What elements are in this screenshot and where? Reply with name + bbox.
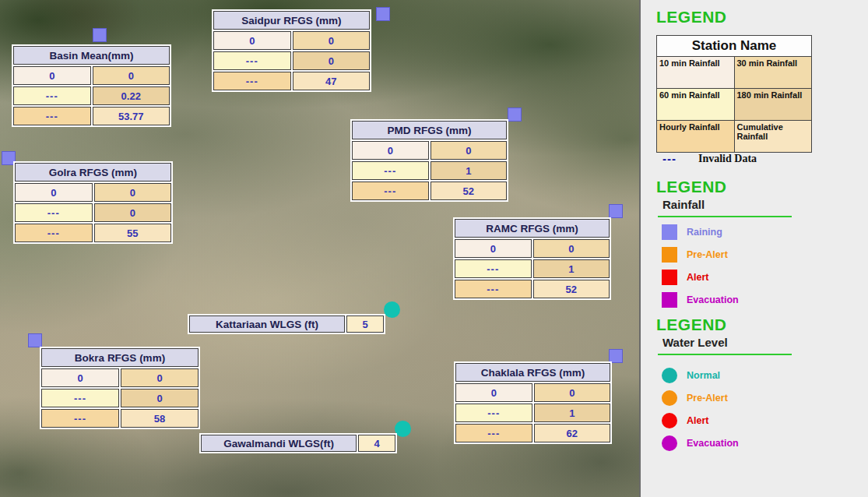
- raining-label: Raining: [687, 227, 722, 238]
- cell-cumulative: 53.77: [93, 107, 170, 125]
- normal-label: Normal: [687, 370, 720, 381]
- raining-marker-bokra[interactable]: [28, 333, 42, 347]
- cell-10min: 0: [213, 31, 291, 50]
- cell-cumulative: 47: [293, 72, 371, 90]
- water-level-legend-section: LEGEND Water Level Normal Pre-Alert Aler…: [641, 315, 868, 451]
- legend-cell-10min: 10 min Rainfall: [657, 57, 735, 89]
- cell-cumulative: 62: [534, 424, 611, 442]
- satellite-map[interactable]: Basin Mean(mm) 0 0 --- 0.22 --- 53.77 Sa…: [0, 0, 639, 497]
- cell-10min: 0: [41, 368, 119, 387]
- flood-monitoring-dashboard: Basin Mean(mm) 0 0 --- 0.22 --- 53.77 Sa…: [0, 0, 868, 497]
- cell-180min: 1: [534, 404, 611, 422]
- wl-station-title: Kattariaan WLGS (ft): [189, 315, 345, 333]
- legend-item-raining: Raining: [662, 224, 868, 240]
- legend-cell-30min: 30 min Rainfall: [734, 57, 812, 89]
- cell-cumulative: 52: [430, 182, 508, 200]
- cell-60min: ---: [455, 259, 532, 278]
- invalid-data-label: Invalid Data: [698, 153, 757, 165]
- prealert-label: Pre-Alert: [687, 249, 728, 260]
- cell-10min: 0: [352, 141, 429, 160]
- station-name-legend-table: Station Name 10 min Rainfall 30 min Rain…: [656, 35, 812, 153]
- station-title: PMD RFGS (mm): [352, 121, 507, 139]
- legend-item-evacuation-rain: Evacuation: [662, 292, 868, 308]
- cell-10min: 0: [455, 383, 532, 402]
- green-divider: [658, 216, 792, 217]
- legend-heading-rainfall: LEGEND: [656, 178, 868, 196]
- legend-cell-180min: 180 min Rainfall: [734, 89, 812, 121]
- raining-marker-ramc[interactable]: [609, 204, 623, 218]
- cell-10min: 0: [13, 66, 91, 85]
- legend-item-normal-water: Normal: [662, 368, 868, 383]
- wl-station-value: 5: [346, 315, 384, 333]
- water-level-subtitle: Water Level: [662, 336, 868, 349]
- raining-marker-pmd[interactable]: [508, 108, 522, 122]
- cell-cumulative: 58: [121, 409, 199, 428]
- station-table-saidpur[interactable]: Saidpur RFGS (mm) 0 0 --- 0 --- 47: [212, 9, 371, 92]
- station-title: Saidpur RFGS (mm): [213, 11, 370, 30]
- alert-label: Alert: [687, 272, 708, 283]
- wl-station-title: Gawalmandi WLGS(ft): [201, 435, 357, 452]
- cell-180min: 0: [94, 203, 172, 222]
- evacuation-label: Evacuation: [687, 294, 739, 305]
- station-title: Chaklala RFGS (mm): [455, 363, 610, 382]
- cell-180min: 0.22: [93, 86, 170, 105]
- station-table-bokra[interactable]: Bokra RFGS (mm) 0 0 --- 0 --- 58: [40, 347, 200, 429]
- legend-cell-cumulative: Cumulative Rainfall: [734, 121, 812, 153]
- prealert-swatch-icon: [662, 247, 677, 263]
- cell-180min: 1: [430, 161, 508, 180]
- cell-30min: 0: [534, 383, 611, 402]
- cell-60min: ---: [13, 86, 91, 105]
- cell-hourly: ---: [352, 182, 429, 200]
- legend-panel: LEGEND Station Name 10 min Rainfall 30 m…: [639, 0, 868, 497]
- cell-60min: ---: [352, 161, 429, 180]
- legend-cell-60min: 60 min Rainfall: [657, 89, 735, 121]
- cell-hourly: ---: [41, 409, 119, 428]
- normal-dot-icon: [662, 368, 677, 383]
- station-table-basin-mean[interactable]: Basin Mean(mm) 0 0 --- 0.22 --- 53.77: [12, 44, 171, 127]
- legend-heading-water: LEGEND: [656, 315, 868, 334]
- cell-60min: ---: [455, 404, 532, 422]
- normal-marker-gawalmandi[interactable]: [395, 421, 411, 437]
- legend-item-prealert-water: Pre-Alert: [662, 390, 868, 406]
- raining-swatch-icon: [662, 224, 677, 240]
- raining-marker-basin-mean[interactable]: [93, 28, 107, 42]
- rainfall-subtitle: Rainfall: [662, 198, 868, 211]
- legend-item-evacuation-water: Evacuation: [662, 435, 868, 451]
- cell-hourly: ---: [213, 72, 291, 90]
- station-table-ramc[interactable]: RAMC RFGS (mm) 0 0 --- 1 --- 52: [453, 217, 611, 300]
- wl-station-kattariaan[interactable]: Kattariaan WLGS (ft) 5: [188, 314, 385, 334]
- cell-30min: 0: [94, 183, 172, 202]
- prealert-dot-icon: [662, 390, 677, 406]
- cell-30min: 0: [293, 31, 371, 50]
- raining-marker-saidpur[interactable]: [376, 7, 390, 21]
- normal-marker-kattariaan[interactable]: [384, 301, 400, 318]
- station-table-golra[interactable]: Golra RFGS (mm) 0 0 --- 0 --- 55: [13, 161, 173, 244]
- cell-cumulative: 52: [533, 280, 610, 298]
- cell-hourly: ---: [15, 224, 93, 242]
- station-table-pmd[interactable]: PMD RFGS (mm) 0 0 --- 1 --- 52: [350, 119, 508, 202]
- wl-station-value: 4: [358, 435, 395, 452]
- evacuation-label: Evacuation: [687, 438, 739, 449]
- legend-item-alert-water: Alert: [662, 413, 868, 428]
- cell-60min: ---: [41, 389, 119, 407]
- legend-cell-hourly: Hourly Rainfall: [657, 121, 735, 153]
- cell-60min: ---: [15, 203, 93, 222]
- cell-30min: 0: [93, 66, 170, 85]
- cell-10min: 0: [455, 239, 532, 258]
- green-divider: [658, 354, 792, 355]
- wl-station-gawalmandi[interactable]: Gawalmandi WLGS(ft) 4: [199, 433, 397, 453]
- cell-hourly: ---: [455, 280, 532, 298]
- invalid-data-dashes: ---: [662, 152, 676, 165]
- cell-30min: 0: [430, 141, 508, 160]
- cell-180min: 0: [121, 389, 199, 407]
- cell-hourly: ---: [13, 107, 91, 125]
- evacuation-swatch-icon: [662, 292, 677, 308]
- alert-dot-icon: [662, 413, 677, 428]
- station-name-header: Station Name: [657, 36, 812, 57]
- station-title: RAMC RFGS (mm): [455, 219, 610, 238]
- station-table-chaklala[interactable]: Chaklala RFGS (mm) 0 0 --- 1 --- 62: [454, 361, 612, 444]
- station-title: Bokra RFGS (mm): [41, 348, 199, 367]
- cell-cumulative: 55: [94, 224, 172, 242]
- legend-item-alert-rain: Alert: [662, 270, 868, 285]
- cell-10min: 0: [15, 183, 93, 202]
